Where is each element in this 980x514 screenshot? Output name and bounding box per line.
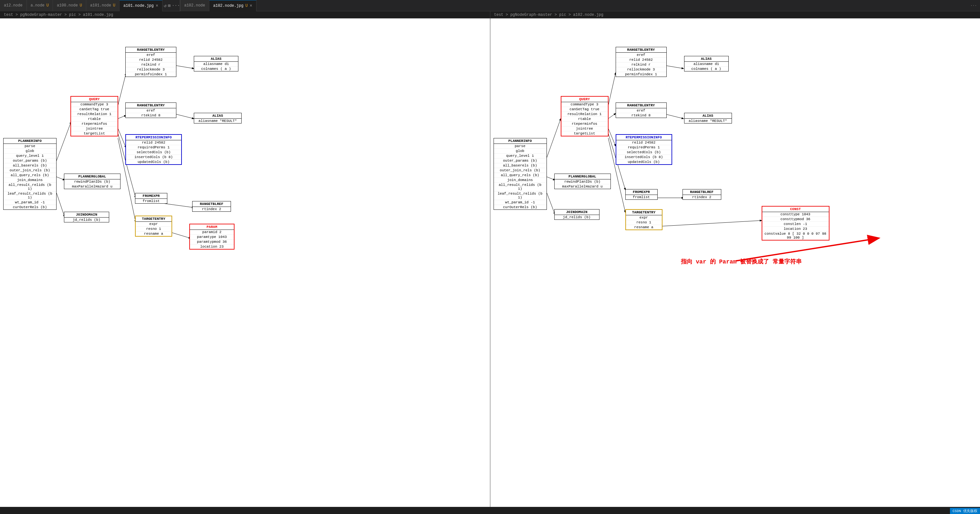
tab-label: a100.node <box>57 3 78 8</box>
svg-line-21 <box>664 114 684 119</box>
tab-anode[interactable]: a.node U <box>27 0 53 11</box>
tab-a12node[interactable]: a12.node <box>0 0 27 11</box>
svg-line-20 <box>664 65 684 69</box>
tab-close[interactable]: × <box>250 3 252 8</box>
rtepermissioninfo-node: RTEPERMISSIONINFO relid 24582 requiredPe… <box>125 134 182 165</box>
tab-close[interactable]: × <box>156 3 158 8</box>
tab-group-icons: ↺ ⊞ ··· <box>164 3 180 8</box>
history-icon[interactable]: ↺ <box>164 3 166 8</box>
status-label: CSDN 优先版权 <box>953 509 977 513</box>
svg-line-3 <box>118 73 126 106</box>
right-joindomain-node: JOINDOMAIN jd_relids (b) <box>554 209 600 220</box>
plannerinfo-node: PLANNERINFO parse glob query_level 1 out… <box>3 138 57 210</box>
right-rangetblref-title: RANGETBLREF <box>683 190 721 195</box>
joindomain-node: JOINDOMAIN jd_relids (b) <box>64 212 109 222</box>
right-breadcrumb: test > pgNodeGraph-master > pic > a102.n… <box>490 11 980 18</box>
plannerglobal-node: PLANNERGLOBAL rewindPlanIDs (b) maxParal… <box>64 174 121 189</box>
right-plannerglobal-title: PLANNERGLOBAL <box>555 174 611 179</box>
right-rtepermissioninfo-node: RTEPERMISSIONINFO relid 24582 requiredPe… <box>616 134 672 165</box>
tab-a102node[interactable]: a102.node <box>180 0 209 11</box>
right-rangetblentry2-node: RANGETBLENTRY eref rtekind 8 <box>616 102 667 118</box>
right-editor-pane: test > pgNodeGraph-master > pic > a102.n… <box>490 11 980 507</box>
editors-container: test > pgNodeGraph-master > pic > a101.n… <box>0 11 980 507</box>
svg-line-5 <box>118 128 126 148</box>
svg-line-12 <box>547 119 561 157</box>
rtepermissioninfo-title: RTEPERMISSIONINFO <box>126 135 181 140</box>
right-const-title: CONST <box>762 207 829 212</box>
left-diagram-area[interactable]: PLANNERINFO parse glob query_level 1 out… <box>0 18 490 507</box>
right-rangetblentry1-node: RANGETBLENTRY eref relid 24582 relkind r… <box>616 47 667 77</box>
right-rangetblentry2-title: RANGETBLENTRY <box>616 103 667 108</box>
param-node: PARAM paramid 2 paramtype 1043 paramtypm… <box>189 224 234 249</box>
tab-modified: U <box>80 3 82 8</box>
svg-line-16 <box>608 113 616 119</box>
breadcrumb-text-right: test > pgNodeGraph-master > pic > a102.n… <box>494 13 603 17</box>
right-alias2-title: ALIAS <box>684 113 732 119</box>
right-alias1-title: ALIAS <box>684 56 729 62</box>
right-query-title: QUERY <box>562 97 608 102</box>
right-plannerinfo-title: PLANNERINFO <box>494 138 547 144</box>
svg-line-8 <box>174 65 194 69</box>
param-title: PARAM <box>190 224 234 230</box>
svg-line-14 <box>547 193 555 214</box>
tab-a101nodejpg[interactable]: a101.node.jpg × <box>119 0 162 11</box>
alias1-title: ALIAS <box>194 56 238 62</box>
query-node: QUERY commandType 3 canSetTag true resul… <box>70 96 118 136</box>
tab-bar: a12.node a.node U a100.node U a101.node … <box>0 0 980 11</box>
annotation-text: 指向 var 的 Param 被替换成了 常量字符串 <box>681 258 802 265</box>
rangetblentry1-title: RANGETBLENTRY <box>126 47 176 53</box>
right-targetentry-title: TARGETENTRY <box>626 210 662 215</box>
fromexpr-node: FROMEXPR fromlist <box>135 193 167 204</box>
tab-modified: U <box>113 3 115 8</box>
tab-label: a102.node <box>184 3 205 8</box>
tab-label: a101.node.jpg <box>123 3 154 8</box>
tab-a100node[interactable]: a100.node U <box>53 0 86 11</box>
svg-line-13 <box>547 177 555 180</box>
right-rangetblref-node: RANGETBLREF rtindex 2 <box>682 189 721 200</box>
right-diagram-canvas: PLANNERINFO parse glob query_level 1 out… <box>490 18 900 284</box>
svg-line-0 <box>57 122 71 161</box>
svg-line-1 <box>57 177 65 180</box>
tab-modified: U <box>46 3 49 8</box>
targetentry-title: TARGETENTRY <box>136 216 172 222</box>
right-alias2-node: ALIAS aliasname *RESULT* <box>684 113 732 123</box>
targetentry-node: TARGETENTRY expr resno 1 resname a <box>135 215 172 237</box>
plannerinfo-title: PLANNERINFO <box>3 138 56 144</box>
more-icon[interactable]: ··· <box>172 3 180 8</box>
tab-a101node[interactable]: a101.node U <box>86 0 119 11</box>
right-rtepermissioninfo-title: RTEPERMISSIONINFO <box>616 135 671 140</box>
rangetblentry2-node: RANGETBLENTRY eref rtekind 8 <box>125 102 177 118</box>
left-breadcrumb: test > pgNodeGraph-master > pic > a101.n… <box>0 11 490 18</box>
query-title: QUERY <box>71 97 118 102</box>
tab-overflow[interactable]: ··· <box>967 3 980 8</box>
alias2-node: ALIAS aliasname *RESULT* <box>194 113 242 123</box>
alias1-node: ALIAS aliasname d1 colnames ( a ) <box>194 56 239 72</box>
right-targetentry-node: TARGETENTRY expr resno 1 resname a <box>625 209 662 230</box>
svg-line-2 <box>57 193 65 217</box>
joindomain-title: JOINDOMAIN <box>64 212 109 217</box>
split-icon[interactable]: ⊞ <box>168 3 170 8</box>
right-plannerinfo-node: PLANNERINFO parse glob query_level 1 out… <box>493 138 547 210</box>
right-alias1-node: ALIAS aliasname d1 colnames ( a ) <box>684 56 729 72</box>
svg-line-15 <box>608 73 616 106</box>
svg-line-23 <box>649 220 762 227</box>
breadcrumb-text: test > pgNodeGraph-master > pic > a101.n… <box>4 13 113 17</box>
left-diagram-canvas: PLANNERINFO parse glob query_level 1 out… <box>0 18 245 284</box>
rangetblentry1-node: RANGETBLENTRY eref relid 24582 relkind r… <box>125 47 177 77</box>
left-editor-pane: test > pgNodeGraph-master > pic > a101.n… <box>0 11 490 507</box>
tab-a102nodejpg[interactable]: a102.node.jpg U × <box>209 0 256 11</box>
tab-label: a.node <box>31 3 45 8</box>
svg-line-4 <box>118 115 126 119</box>
right-joindomain-title: JOINDOMAIN <box>555 209 599 215</box>
alias2-title: ALIAS <box>194 113 241 119</box>
right-diagram-area[interactable]: PLANNERINFO parse glob query_level 1 out… <box>490 18 980 507</box>
right-plannerglobal-node: PLANNERGLOBAL rewindPlanIDs (b) maxParal… <box>554 174 611 189</box>
tab-label: a12.node <box>4 3 22 8</box>
rangetblentry2-title: RANGETBLENTRY <box>126 103 176 108</box>
right-query-node: QUERY commandType 3 canSetTag true resul… <box>561 96 609 136</box>
rangetblref-node: RANGETBLREF rtindex 2 <box>192 201 231 212</box>
tab-label: a102.node.jpg <box>213 3 243 8</box>
right-const-node: CONST consttype 1043 consttypmod 36 cons… <box>762 206 829 241</box>
svg-line-17 <box>608 128 616 146</box>
tab-label: a101.node <box>90 3 111 8</box>
